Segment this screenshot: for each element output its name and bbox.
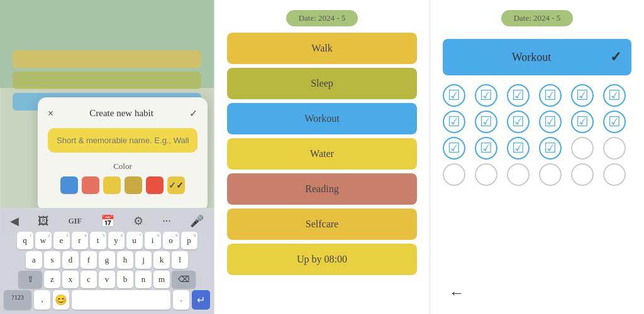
key-e[interactable]: e3 xyxy=(53,232,70,249)
habit-bar-workout[interactable]: Workout xyxy=(227,103,417,134)
key-s[interactable]: s xyxy=(44,251,60,269)
habit-bar-walk[interactable]: Walk xyxy=(227,33,417,64)
key-backspace[interactable]: ⌫ xyxy=(172,271,196,288)
key-comma[interactable]: , xyxy=(34,290,50,310)
key-x[interactable]: x xyxy=(62,271,79,288)
keyboard-row-3: ⇧ z x c v b n m ⌫ xyxy=(1,271,213,288)
habit-upby[interactable]: Up by 08:00 xyxy=(227,244,417,275)
key-u[interactable]: u7 xyxy=(126,232,143,249)
key-enter[interactable]: ↵ xyxy=(192,290,210,310)
key-c[interactable]: c xyxy=(80,271,97,288)
color-swatch-selected[interactable]: ✓ xyxy=(167,176,185,194)
toolbar-gear-btn[interactable]: ⚙ xyxy=(130,213,147,229)
key-f[interactable]: f xyxy=(80,251,97,269)
key-v[interactable]: v xyxy=(99,271,115,288)
key-emoji[interactable]: 😊 xyxy=(53,290,69,310)
toolbar-back-btn[interactable]: ◀ xyxy=(6,213,23,229)
check-17[interactable] xyxy=(571,137,594,160)
check-14[interactable]: ☑ xyxy=(475,137,497,160)
back-arrow-icon[interactable]: ← xyxy=(443,284,464,301)
habit-detail-bar: Workout ✓ xyxy=(443,39,631,75)
key-j[interactable]: j xyxy=(135,251,152,269)
color-swatch-blue[interactable] xyxy=(60,176,78,194)
check-5[interactable]: ☑ xyxy=(571,84,594,107)
key-numbers[interactable]: ?123 xyxy=(4,290,31,310)
check-24[interactable] xyxy=(603,163,626,186)
toolbar-mic-btn[interactable]: 🎤 xyxy=(186,213,208,229)
key-g[interactable]: g xyxy=(99,251,115,269)
check-2[interactable]: ☑ xyxy=(475,84,497,107)
check-1[interactable]: ☑ xyxy=(443,84,465,107)
close-icon[interactable]: × xyxy=(48,108,53,119)
check-23[interactable] xyxy=(571,163,594,186)
habit-selfcare[interactable]: Selfcare xyxy=(227,208,417,240)
key-period[interactable]: . xyxy=(173,290,189,310)
confirm-icon[interactable]: ✓ xyxy=(189,107,197,119)
keyboard-row-4: ?123 , 😊 . ↵ xyxy=(1,290,213,310)
key-i[interactable]: i8 xyxy=(145,232,161,249)
toolbar-calendar-btn[interactable]: 📅 xyxy=(97,213,118,229)
habit-walk[interactable]: Walk xyxy=(227,33,417,64)
check-6[interactable]: ☑ xyxy=(603,84,626,107)
key-l[interactable]: l xyxy=(172,251,188,269)
check-21[interactable] xyxy=(507,163,530,186)
check-8[interactable]: ☑ xyxy=(475,111,497,133)
bg-bar-1 xyxy=(13,50,201,68)
key-d[interactable]: d xyxy=(62,251,79,269)
key-r[interactable]: r4 xyxy=(72,232,88,249)
habit-name-input[interactable] xyxy=(48,128,197,153)
habit-bar-water[interactable]: Water xyxy=(227,138,417,170)
toolbar-more-btn[interactable]: ··· xyxy=(158,214,175,229)
habit-bar-sleep[interactable]: Sleep xyxy=(227,68,417,99)
key-w[interactable]: w2 xyxy=(35,232,52,249)
key-shift[interactable]: ⇧ xyxy=(18,271,42,288)
key-m[interactable]: m xyxy=(153,271,170,288)
key-b[interactable]: b xyxy=(117,271,133,288)
check-9[interactable]: ☑ xyxy=(507,111,530,133)
key-z[interactable]: z xyxy=(44,271,60,288)
check-3[interactable]: ☑ xyxy=(507,84,530,107)
check-13[interactable]: ☑ xyxy=(443,137,465,160)
bg-bar-2 xyxy=(13,72,201,89)
color-swatch-salmon[interactable] xyxy=(82,176,99,194)
check-10[interactable]: ☑ xyxy=(539,111,562,133)
keyboard-row-2: a s d f g h j k l xyxy=(1,251,213,269)
color-swatch-orange[interactable] xyxy=(146,176,164,194)
middle-panel: Date: 2024 - 5 Walk Sleep Workout Water … xyxy=(214,0,430,314)
key-n[interactable]: n xyxy=(135,271,152,288)
key-p[interactable]: p0 xyxy=(181,232,197,249)
check-16[interactable]: ☑ xyxy=(539,137,562,160)
habit-bar-selfcare[interactable]: Selfcare xyxy=(227,208,417,240)
key-space[interactable] xyxy=(72,290,170,310)
main-container: × Create new habit ✓ Color ✓ xyxy=(0,0,644,314)
check-20[interactable] xyxy=(475,163,497,186)
key-y[interactable]: y6 xyxy=(108,232,125,249)
check-11[interactable]: ☑ xyxy=(571,111,594,133)
check-12[interactable]: ☑ xyxy=(603,111,626,133)
key-a[interactable]: a xyxy=(26,251,42,269)
habit-bar-reading[interactable]: Reading xyxy=(227,173,417,205)
key-t[interactable]: t5 xyxy=(90,232,106,249)
habit-water[interactable]: Water xyxy=(227,138,417,170)
keyboard-row-1: q1 w2 e3 r4 t5 y6 u7 i8 o9 p0 xyxy=(1,232,213,249)
key-q[interactable]: q1 xyxy=(17,232,33,249)
habit-reading[interactable]: Reading xyxy=(227,173,417,205)
habit-workout[interactable]: Workout xyxy=(227,103,417,134)
habit-bar-upby[interactable]: Up by 08:00 xyxy=(227,244,417,275)
left-panel: × Create new habit ✓ Color ✓ xyxy=(0,0,214,314)
color-swatch-olive[interactable] xyxy=(125,176,142,194)
check-22[interactable] xyxy=(539,163,562,186)
key-k[interactable]: k xyxy=(153,251,170,269)
habit-sleep[interactable]: Sleep xyxy=(227,68,417,99)
check-19[interactable] xyxy=(443,163,465,186)
color-swatch-yellow[interactable] xyxy=(103,176,121,194)
check-18[interactable] xyxy=(603,137,626,160)
check-15[interactable]: ☑ xyxy=(507,137,530,160)
check-7[interactable]: ☑ xyxy=(443,111,465,133)
check-4[interactable]: ☑ xyxy=(539,84,562,107)
key-o[interactable]: o9 xyxy=(163,232,179,249)
habit-detail-name: Workout xyxy=(453,51,610,64)
toolbar-gif-btn[interactable]: GIF xyxy=(64,215,85,227)
toolbar-image-btn[interactable]: 🖼 xyxy=(34,214,53,229)
key-h[interactable]: h xyxy=(117,251,133,269)
